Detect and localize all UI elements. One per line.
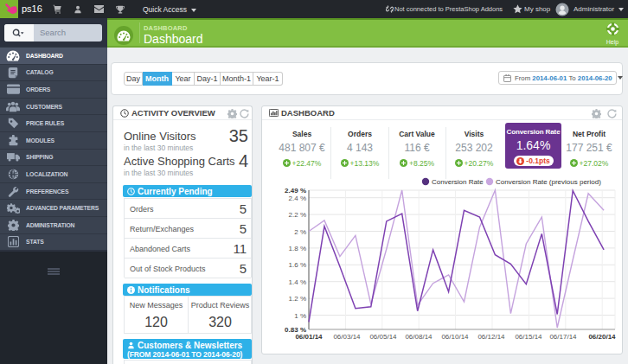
svg-text:2.4 %: 2.4 % (289, 195, 306, 202)
svg-text:1.8 %: 1.8 % (289, 245, 306, 252)
svg-text:2 %: 2 % (294, 228, 306, 236)
svg-text:2.49 %: 2.49 % (285, 187, 306, 195)
svg-text:1.2 %: 1.2 % (289, 295, 306, 303)
svg-text:06/10/14: 06/10/14 (441, 333, 469, 341)
svg-text:Conversion Rate (previous peri: Conversion Rate (previous period) (496, 178, 601, 186)
svg-text:Conversion Rate: Conversion Rate (432, 178, 484, 186)
svg-text:06/20/14: 06/20/14 (588, 333, 616, 341)
svg-text:06/12/14: 06/12/14 (477, 333, 505, 341)
svg-text:06/17/14: 06/17/14 (549, 333, 577, 341)
svg-text:06/05/14: 06/05/14 (369, 333, 397, 341)
svg-text:06/01/14: 06/01/14 (295, 333, 323, 341)
svg-text:06/03/14: 06/03/14 (333, 333, 361, 341)
svg-text:2.2 %: 2.2 % (289, 211, 306, 219)
svg-text:06/08/14: 06/08/14 (405, 333, 433, 341)
svg-text:1 %: 1 % (294, 312, 306, 320)
svg-text:06/15/14: 06/15/14 (515, 333, 542, 341)
svg-text:1.6 %: 1.6 % (289, 261, 306, 269)
svg-text:1.4 %: 1.4 % (289, 278, 306, 286)
